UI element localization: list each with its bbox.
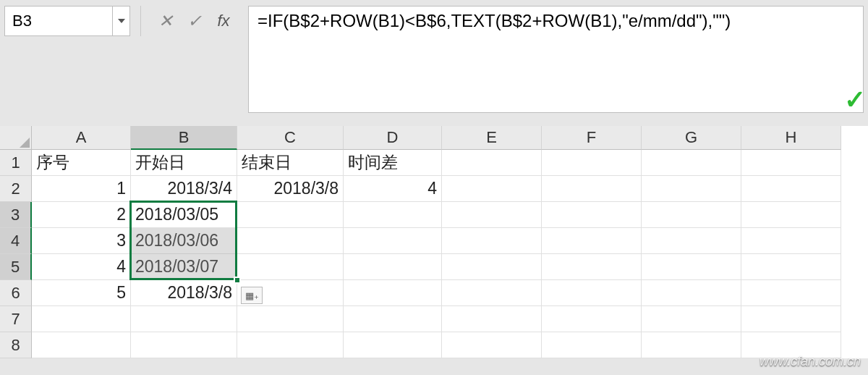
row-header-6[interactable]: 6: [0, 280, 32, 306]
cell-h7[interactable]: [741, 306, 841, 332]
cell-f5[interactable]: [542, 254, 642, 280]
row-3: 3 2 2018/03/05: [0, 202, 868, 228]
cell-e4[interactable]: [442, 228, 542, 254]
cell-g5[interactable]: [642, 254, 741, 280]
cell-g1[interactable]: [642, 150, 741, 176]
cell-f7[interactable]: [542, 306, 642, 332]
cell-d6[interactable]: [344, 280, 442, 306]
cell-c5[interactable]: [237, 254, 344, 280]
cell-a2[interactable]: 1: [32, 176, 131, 202]
autofill-icon: ▦₊: [245, 290, 259, 301]
cell-b7[interactable]: [131, 306, 237, 332]
cell-e1[interactable]: [442, 150, 542, 176]
autofill-options-button[interactable]: ▦₊: [241, 287, 263, 304]
row-header-1[interactable]: 1: [0, 150, 32, 176]
cell-e6[interactable]: [442, 280, 542, 306]
cell-c1[interactable]: 结束日: [237, 150, 344, 176]
cell-a7[interactable]: [32, 306, 131, 332]
cell-f4[interactable]: [542, 228, 642, 254]
enter-button[interactable]: ✓: [180, 6, 209, 36]
cell-f8[interactable]: [542, 332, 642, 358]
cell-g2[interactable]: [642, 176, 741, 202]
cell-d1[interactable]: 时间差: [344, 150, 442, 176]
cell-g6[interactable]: [642, 280, 741, 306]
cell-d5[interactable]: [344, 254, 442, 280]
cell-f1[interactable]: [542, 150, 642, 176]
cell-h5[interactable]: [741, 254, 841, 280]
col-header-b[interactable]: B: [131, 126, 237, 150]
row-2: 2 1 2018/3/4 2018/3/8 4: [0, 176, 868, 202]
col-header-h[interactable]: H: [741, 126, 841, 150]
cell-b5[interactable]: 2018/03/07: [131, 254, 237, 280]
cell-a1[interactable]: 序号: [32, 150, 131, 176]
col-header-a[interactable]: A: [32, 126, 131, 150]
cell-a5[interactable]: 4: [32, 254, 131, 280]
row-header-2[interactable]: 2: [0, 176, 32, 202]
row-8: 8: [0, 332, 868, 358]
cell-h1[interactable]: [741, 150, 841, 176]
cell-h3[interactable]: [741, 202, 841, 228]
col-header-e[interactable]: E: [442, 126, 542, 150]
name-box[interactable]: [4, 6, 113, 36]
row-header-7[interactable]: 7: [0, 306, 32, 332]
cell-a4[interactable]: 3: [32, 228, 131, 254]
cell-e5[interactable]: [442, 254, 542, 280]
cell-e3[interactable]: [442, 202, 542, 228]
rows: 1 序号 开始日 结束日 时间差 2 1 2018/3/4 2018/3/8 4…: [0, 150, 868, 358]
row-header-3[interactable]: 3: [0, 202, 32, 228]
cell-g8[interactable]: [642, 332, 741, 358]
cell-d3[interactable]: [344, 202, 442, 228]
chevron-down-icon: [118, 19, 125, 23]
cell-d2[interactable]: 4: [344, 176, 442, 202]
cell-c2[interactable]: 2018/3/8: [237, 176, 344, 202]
cell-c8[interactable]: [237, 332, 344, 358]
cell-f2[interactable]: [542, 176, 642, 202]
cell-g4[interactable]: [642, 228, 741, 254]
cell-e8[interactable]: [442, 332, 542, 358]
col-header-g[interactable]: G: [642, 126, 741, 150]
cell-b4[interactable]: 2018/03/06: [131, 228, 237, 254]
cell-b2[interactable]: 2018/3/4: [131, 176, 237, 202]
fill-handle[interactable]: [234, 277, 241, 284]
cell-b6[interactable]: 2018/3/8: [131, 280, 237, 306]
name-box-wrap: [4, 6, 130, 36]
row-header-4[interactable]: 4: [0, 228, 32, 254]
cell-a6[interactable]: 5: [32, 280, 131, 306]
col-header-c[interactable]: C: [237, 126, 344, 150]
divider: [140, 6, 141, 36]
cell-h2[interactable]: [741, 176, 841, 202]
cell-f3[interactable]: [542, 202, 642, 228]
cell-c7[interactable]: [237, 306, 344, 332]
col-header-f[interactable]: F: [542, 126, 642, 150]
select-all-button[interactable]: [0, 126, 32, 150]
cell-g3[interactable]: [642, 202, 741, 228]
checkmark-icon: ✓: [844, 85, 866, 115]
formula-input[interactable]: =IF(B$2+ROW(B1)<B$6,TEXT(B$2+ROW(B1),"e/…: [248, 6, 864, 113]
cell-b8[interactable]: [131, 332, 237, 358]
cell-h4[interactable]: [741, 228, 841, 254]
cell-a3[interactable]: 2: [32, 202, 131, 228]
cell-c3[interactable]: [237, 202, 344, 228]
row-6: 6 5 2018/3/8: [0, 280, 868, 306]
row-7: 7: [0, 306, 868, 332]
cell-e7[interactable]: [442, 306, 542, 332]
cell-b3[interactable]: 2018/03/05: [131, 202, 237, 228]
column-headers: A B C D E F G H: [32, 126, 868, 150]
cancel-button[interactable]: ✕: [151, 6, 180, 36]
row-header-8[interactable]: 8: [0, 332, 32, 358]
name-box-dropdown[interactable]: [113, 6, 130, 36]
cell-f6[interactable]: [542, 280, 642, 306]
cell-b1[interactable]: 开始日: [131, 150, 237, 176]
row-header-5[interactable]: 5: [0, 254, 32, 280]
cell-a8[interactable]: [32, 332, 131, 358]
cell-d7[interactable]: [344, 306, 442, 332]
col-header-d[interactable]: D: [344, 126, 442, 150]
cell-h6[interactable]: [741, 280, 841, 306]
cell-c4[interactable]: [237, 228, 344, 254]
cell-d4[interactable]: [344, 228, 442, 254]
cell-d8[interactable]: [344, 332, 442, 358]
cell-g7[interactable]: [642, 306, 741, 332]
insert-function-button[interactable]: fx: [209, 6, 238, 36]
cell-e2[interactable]: [442, 176, 542, 202]
spreadsheet-grid[interactable]: A B C D E F G H 1 序号 开始日 结束日 时间差 2 1 201…: [0, 126, 868, 358]
